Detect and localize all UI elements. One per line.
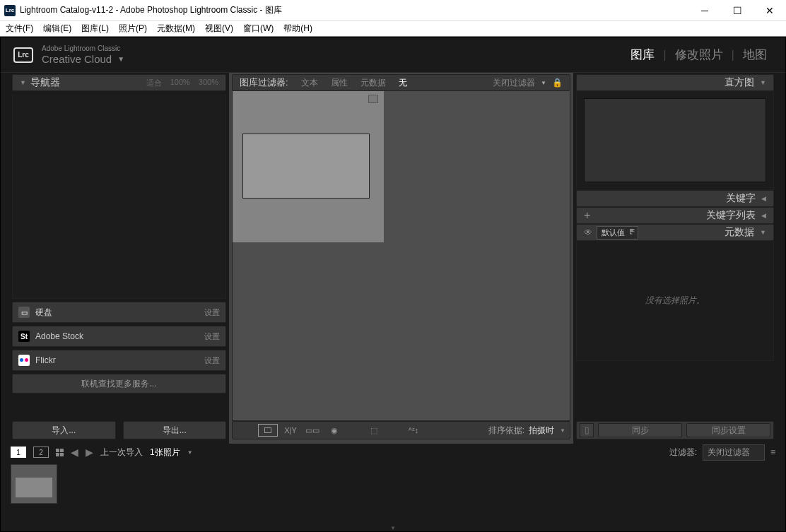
histogram-body <box>576 91 774 190</box>
menu-edit[interactable]: 编辑(E) <box>43 23 71 35</box>
close-filter[interactable]: 关闭过滤器 <box>493 77 535 89</box>
flag-icon[interactable] <box>368 95 378 103</box>
second-window-icon[interactable]: 2 <box>33 447 49 458</box>
spray-icon[interactable]: ⬚ <box>365 424 382 437</box>
chevron-down-icon[interactable]: ▼ <box>117 55 124 64</box>
triangle-down-icon: ▼ <box>760 229 766 236</box>
navigator-preview[interactable] <box>12 94 226 299</box>
module-map[interactable]: 地图 <box>737 47 773 63</box>
service-flickr[interactable]: Flickr 设置 <box>12 350 226 371</box>
filmstrip-thumb[interactable] <box>11 464 57 504</box>
grid-small-icon[interactable] <box>56 449 64 456</box>
zoom-100[interactable]: 100% <box>170 78 190 88</box>
eye-icon[interactable]: 👁 <box>584 227 592 237</box>
navigator-header[interactable]: ▼ 导航器 适合 100% 300% <box>12 74 226 91</box>
photo-count: 1张照片 <box>150 447 180 459</box>
thumbnail-cell[interactable] <box>233 91 384 242</box>
zoom-300[interactable]: 300% <box>199 78 218 88</box>
menu-window[interactable]: 窗口(W) <box>243 23 274 35</box>
brand-text: Adobe Lightroom Classic Creative Cloud▼ <box>42 45 124 66</box>
lrc-logo: Lrc <box>13 47 33 63</box>
sync-button[interactable]: 同步 <box>598 423 682 437</box>
compare-view-icon[interactable]: X|Y <box>282 424 299 437</box>
sort-value[interactable]: 拍摄时 <box>529 425 554 437</box>
chevron-down-icon[interactable]: ▼ <box>187 449 193 456</box>
people-view-icon[interactable]: ◉ <box>326 424 343 437</box>
menubar: 文件(F) 编辑(E) 图库(L) 照片(P) 元数据(M) 视图(V) 窗口(… <box>0 21 786 37</box>
triangle-down-icon: ▼ <box>760 79 766 86</box>
thumbnail-image[interactable] <box>242 134 370 199</box>
close-button[interactable]: ✕ <box>753 0 786 21</box>
metadata-preset-select[interactable]: 默认值 <box>597 226 638 240</box>
module-develop[interactable]: 修改照片 <box>669 47 729 63</box>
window-titlebar: Lrc Lightroom Catalog-v11-2 - Adobe Phot… <box>0 0 786 21</box>
sort-direction-icon[interactable]: ᴬᶻ↕ <box>405 424 422 437</box>
triangle-down-icon: ▼ <box>20 79 26 86</box>
metadata-header[interactable]: 👁 默认值 元数据 ▼ <box>576 224 774 241</box>
filter-none[interactable]: 无 <box>399 77 407 89</box>
filmstrip-filter-select[interactable]: 关闭过滤器 <box>703 444 765 461</box>
maximize-button[interactable]: ☐ <box>721 0 753 21</box>
filter-meta[interactable]: 元数据 <box>360 77 386 89</box>
import-button[interactable]: 导入... <box>12 421 116 439</box>
export-button[interactable]: 导出... <box>123 421 227 439</box>
next-arrow-icon[interactable]: ▶ <box>86 447 93 458</box>
survey-view-icon[interactable]: ▭▭ <box>303 424 322 437</box>
plus-icon[interactable]: + <box>584 209 590 222</box>
service-adobestock[interactable]: St Adobe Stock 设置 <box>12 326 226 347</box>
menu-file[interactable]: 文件(F) <box>6 23 33 35</box>
metadata-body: 没有选择照片。 <box>576 241 774 361</box>
app-icon: Lrc <box>4 5 16 16</box>
sync-settings-button[interactable]: 同步设置 <box>686 423 770 437</box>
triangle-left-icon: ◀ <box>761 195 766 202</box>
sync-toggle-icon[interactable]: ▯ <box>580 423 594 437</box>
keywords-header[interactable]: 关键字 ◀ <box>576 190 774 207</box>
module-bar: Lrc Adobe Lightroom Classic Creative Clo… <box>1 37 785 73</box>
filter-menu-icon[interactable]: ≡ <box>770 447 775 457</box>
filmstrip-header: 1 2 ◀ ▶ 上一次导入 1张照片 ▼ 过滤器: 关闭过滤器 ≡ <box>1 444 785 461</box>
minimize-button[interactable]: ─ <box>688 0 721 21</box>
filter-attr[interactable]: 属性 <box>331 77 348 89</box>
prev-arrow-icon[interactable]: ◀ <box>71 447 78 458</box>
lock-icon[interactable]: 🔒 <box>552 78 563 88</box>
histogram-header[interactable]: 直方图 ▼ <box>576 74 774 91</box>
menu-view[interactable]: 视图(V) <box>205 23 233 35</box>
source-label[interactable]: 上一次导入 <box>100 447 143 459</box>
collapse-handle-icon[interactable]: ▼ <box>1 524 785 531</box>
zoom-fit[interactable]: 适合 <box>146 78 162 88</box>
chevron-down-icon[interactable]: ▼ <box>541 80 546 86</box>
grid-view-icon[interactable] <box>237 424 254 437</box>
filter-text[interactable]: 文本 <box>301 77 318 89</box>
menu-help[interactable]: 帮助(H) <box>283 23 312 35</box>
main-window-icon[interactable]: 1 <box>11 447 26 458</box>
menu-metadata[interactable]: 元数据(M) <box>157 23 195 35</box>
menu-library[interactable]: 图库(L) <box>81 23 109 35</box>
library-filter-bar: 图库过滤器: 文本 属性 元数据 无 关闭过滤器 ▼ 🔒 <box>232 74 570 91</box>
loupe-view-icon[interactable] <box>258 424 278 437</box>
harddisk-icon: ▭ <box>18 307 30 318</box>
module-library[interactable]: 图库 <box>625 47 660 63</box>
flickr-icon <box>18 355 30 366</box>
triangle-left-icon: ◀ <box>761 212 766 219</box>
window-title: Lightroom Catalog-v11-2 - Adobe Photosho… <box>20 4 688 16</box>
filmstrip[interactable] <box>1 461 785 524</box>
adobestock-icon: St <box>18 331 30 342</box>
chevron-down-icon[interactable]: ▼ <box>560 427 565 434</box>
thumbnail-grid[interactable] <box>232 91 570 421</box>
center-toolbar: X|Y ▭▭ ◉ ⬚ ᴬᶻ↕ 排序依据: 拍摄时 ▼ <box>232 421 570 439</box>
service-harddisk[interactable]: ▭ 硬盘 设置 <box>12 302 226 323</box>
find-more-services[interactable]: 联机查找更多服务... <box>12 374 226 394</box>
keywordlist-header[interactable]: + 关键字列表 ◀ <box>576 207 774 224</box>
menu-photo[interactable]: 照片(P) <box>119 23 147 35</box>
